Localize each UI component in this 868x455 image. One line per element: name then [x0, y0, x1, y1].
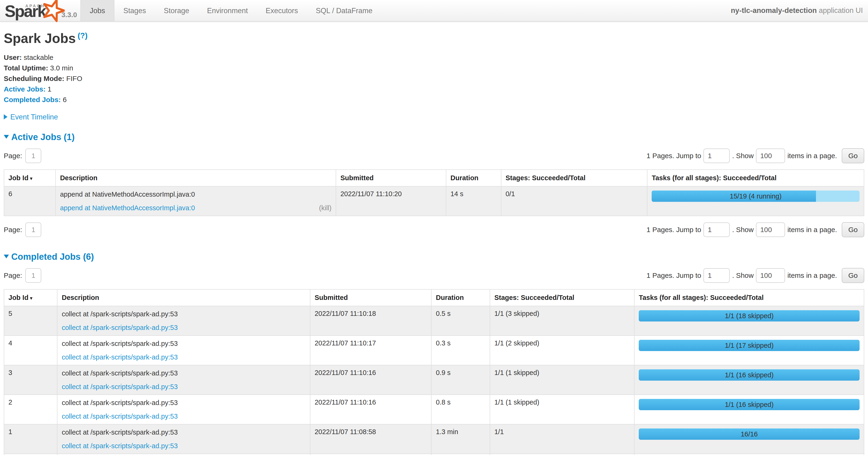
application-title: ny-tlc-anomaly-detection application UI: [731, 6, 868, 15]
event-timeline-toggle[interactable]: Event Timeline: [4, 113, 864, 121]
job-description-link[interactable]: collect at /spark-scripts/spark-ad.py:53: [62, 323, 178, 332]
jump-to-input[interactable]: [704, 223, 730, 237]
page-number-input[interactable]: [25, 268, 41, 283]
tab-sql-dataframe[interactable]: SQL / DataFrame: [307, 0, 381, 21]
job-tasks-cell: 1/1 (17 skipped): [634, 336, 864, 365]
job-description-cell: collect at /spark-scripts/spark-ad.py:53…: [57, 336, 310, 365]
help-link[interactable]: (?): [78, 31, 87, 40]
page-label: Page:: [4, 152, 22, 160]
job-description-link[interactable]: collect at /spark-scripts/spark-ad.py:53: [62, 353, 178, 361]
job-stages-cell: 1/1 (2 skipped): [490, 336, 634, 365]
job-submitted-cell: 2022/11/07 11:08:15: [310, 454, 431, 455]
job-description-text: collect at /spark-scripts/spark-ad.py:53: [62, 398, 306, 407]
job-duration-cell: 0.3 s: [431, 336, 490, 365]
job-description-link[interactable]: collect at /spark-scripts/spark-ad.py:53: [62, 412, 178, 421]
progress-label: 16/16: [639, 428, 860, 440]
active-jobs-section-header[interactable]: Active Jobs (1): [4, 132, 864, 142]
items-text: items in a page.: [787, 272, 837, 280]
col-tasks[interactable]: Tasks (for all stages): Succeeded/Total: [634, 289, 864, 306]
job-tasks-cell: 1/1: [634, 454, 864, 455]
items-per-page-input[interactable]: [756, 223, 785, 237]
job-tasks-cell: 15/19 (4 running): [647, 186, 864, 216]
col-description[interactable]: Description: [57, 289, 310, 306]
col-duration[interactable]: Duration: [446, 170, 501, 186]
completed-jobs-section-header[interactable]: Completed Jobs (6): [4, 252, 864, 262]
go-button[interactable]: Go: [842, 148, 864, 163]
show-text: . Show: [732, 272, 754, 280]
items-per-page-input[interactable]: [756, 268, 785, 283]
completed-job-row: 1 collect at /spark-scripts/spark-ad.py:…: [4, 424, 864, 454]
summary-uptime: Total Uptime: 3.0 min: [4, 63, 864, 73]
summary-scheduling-mode: Scheduling Mode: FIFO: [4, 73, 864, 84]
col-stages[interactable]: Stages: Succeeded/Total: [501, 170, 647, 186]
summary-completed-jobs: Completed Jobs: 6: [4, 94, 864, 105]
job-duration-cell: 0.9 s: [431, 365, 490, 395]
col-tasks[interactable]: Tasks (for all stages): Succeeded/Total: [647, 170, 864, 186]
jump-to-input[interactable]: [704, 148, 730, 163]
kill-link[interactable]: (kill): [319, 204, 332, 212]
active-jobs-header-row: Job Id▾ Description Submitted Duration S…: [4, 170, 864, 186]
summary-uptime-value: 3.0 min: [50, 64, 73, 72]
tab-storage[interactable]: Storage: [155, 0, 198, 21]
summary-user: User: stackable: [4, 52, 864, 63]
summary-list: User: stackable Total Uptime: 3.0 min Sc…: [4, 52, 864, 105]
completed-job-row: 0 parquet at NativeMethodAccessorImpl.ja…: [4, 454, 864, 455]
completed-job-row: 5 collect at /spark-scripts/spark-ad.py:…: [4, 306, 864, 336]
completed-jobs-header-text: Completed Jobs (6): [11, 252, 94, 262]
completed-jobs-link[interactable]: Completed Jobs:: [4, 96, 61, 104]
col-job-id[interactable]: Job Id▾: [4, 289, 57, 306]
job-description-link[interactable]: append at NativeMethodAccessorImpl.java:…: [60, 204, 195, 212]
go-button[interactable]: Go: [842, 268, 864, 283]
tab-environment[interactable]: Environment: [198, 0, 257, 21]
progress-label: 1/1 (16 skipped): [639, 369, 860, 380]
job-duration-cell: 39 s: [431, 454, 490, 455]
items-text: items in a page.: [787, 152, 837, 160]
job-description-cell: collect at /spark-scripts/spark-ad.py:53…: [57, 395, 310, 424]
col-job-id[interactable]: Job Id▾: [4, 170, 56, 186]
completed-job-row: 3 collect at /spark-scripts/spark-ad.py:…: [4, 365, 864, 395]
col-submitted[interactable]: Submitted: [336, 170, 446, 186]
job-submitted-cell: 2022/11/07 11:10:20: [336, 186, 446, 216]
items-text: items in a page.: [787, 226, 837, 234]
job-description-cell: collect at /spark-scripts/spark-ad.py:53…: [57, 424, 310, 454]
summary-completed-value: 6: [63, 96, 67, 104]
summary-uptime-label: Total Uptime:: [4, 64, 48, 72]
tab-jobs[interactable]: Jobs: [81, 0, 114, 21]
job-description-link[interactable]: collect at /spark-scripts/spark-ad.py:53: [62, 442, 178, 450]
job-stages-cell: 0/1: [501, 186, 647, 216]
progress-label: 15/19 (4 running): [652, 191, 860, 202]
expanded-arrow-icon: [4, 255, 9, 258]
page-number-input[interactable]: [25, 148, 41, 163]
go-button[interactable]: Go: [842, 222, 864, 237]
job-duration-cell: 0.5 s: [431, 306, 490, 336]
col-description[interactable]: Description: [56, 170, 336, 186]
top-navbar: APACHE Spark 3.3.0 Jobs Stages Storage E…: [0, 0, 868, 22]
job-tasks-cell: 1/1 (16 skipped): [634, 365, 864, 395]
items-per-page-input[interactable]: [756, 148, 785, 163]
tab-stages[interactable]: Stages: [114, 0, 155, 21]
summary-user-value: stackable: [24, 54, 54, 61]
completed-jobs-table: Job Id▾ Description Submitted Duration S…: [4, 289, 864, 455]
sort-desc-icon: ▾: [30, 295, 32, 301]
col-submitted[interactable]: Submitted: [310, 289, 431, 306]
page-number-input[interactable]: [25, 223, 41, 237]
job-stages-cell: 1/1: [490, 424, 634, 454]
spark-logo[interactable]: APACHE Spark: [3, 0, 59, 22]
job-description-link[interactable]: collect at /spark-scripts/spark-ad.py:53: [62, 382, 178, 391]
completed-job-row: 4 collect at /spark-scripts/spark-ad.py:…: [4, 336, 864, 365]
col-duration[interactable]: Duration: [431, 289, 490, 306]
jump-to-input[interactable]: [704, 268, 730, 283]
nav-tabs: Jobs Stages Storage Environment Executor…: [81, 0, 381, 21]
job-description-text: collect at /spark-scripts/spark-ad.py:53: [62, 310, 306, 318]
job-id-cell: 0: [4, 454, 57, 455]
job-duration-cell: 14 s: [446, 186, 501, 216]
show-text: . Show: [732, 226, 754, 234]
active-jobs-link[interactable]: Active Jobs:: [4, 85, 45, 93]
pages-jump-text: 1 Pages. Jump to: [647, 152, 701, 160]
job-submitted-cell: 2022/11/07 11:10:16: [310, 365, 431, 395]
tab-executors[interactable]: Executors: [257, 0, 307, 21]
page-label: Page:: [4, 226, 22, 234]
col-stages[interactable]: Stages: Succeeded/Total: [490, 289, 634, 306]
job-description-text: append at NativeMethodAccessorImpl.java:…: [60, 190, 332, 199]
job-submitted-cell: 2022/11/07 11:10:16: [310, 395, 431, 424]
